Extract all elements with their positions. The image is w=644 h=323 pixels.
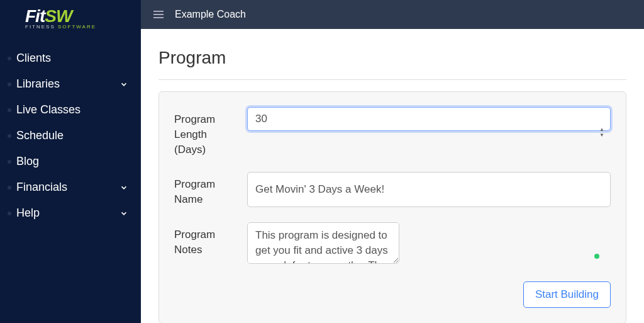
input-program-name[interactable]	[247, 172, 611, 207]
sidebar-item-blog[interactable]: Blog	[0, 149, 141, 174]
sidebar-item-label: Blog	[16, 155, 128, 168]
logo-sw: SW	[45, 6, 72, 26]
sidebar-item-libraries[interactable]: Libraries	[0, 71, 141, 97]
row-program-name: Program Name	[174, 172, 611, 207]
form-actions: Start Building	[174, 281, 611, 308]
nav-dot-icon	[8, 108, 11, 112]
hamburger-icon[interactable]	[153, 11, 164, 18]
row-program-length: Program Length (Days) ▲▼	[174, 107, 611, 157]
sidebar-item-label: Financials	[16, 181, 114, 194]
sidebar-item-clients[interactable]: Clients	[0, 45, 141, 71]
logo-sub-software: SOFTWARE	[58, 24, 96, 30]
content: Program Program Length (Days) ▲▼ Program…	[141, 29, 644, 323]
divider	[158, 79, 626, 80]
program-form-card: Program Length (Days) ▲▼ Program Name Pr…	[158, 91, 626, 323]
sidebar-item-help[interactable]: Help	[0, 200, 141, 226]
nav-dot-icon	[8, 57, 11, 60]
label-program-name: Program Name	[174, 172, 237, 207]
start-building-button[interactable]: Start Building	[523, 281, 611, 308]
brand-logo: FitSW FITNESS SOFTWARE	[0, 0, 141, 39]
sidebar-item-label: Clients	[16, 52, 128, 65]
sidebar: FitSW FITNESS SOFTWARE Clients Libraries…	[0, 0, 141, 323]
chevron-down-icon	[119, 80, 128, 89]
chevron-down-icon	[119, 209, 128, 218]
textarea-program-notes[interactable]	[247, 222, 399, 264]
label-program-length: Program Length (Days)	[174, 107, 237, 157]
sidebar-item-financials[interactable]: Financials	[0, 174, 141, 200]
nav-dot-icon	[8, 160, 11, 164]
grammar-status-icon	[594, 254, 599, 259]
logo-sub-fitness: FITNESS	[25, 24, 55, 30]
sidebar-item-label: Live Classes	[16, 103, 128, 116]
topbar-title: Example Coach	[175, 9, 246, 20]
input-program-length[interactable]	[247, 107, 611, 131]
logo-fit: Fit	[25, 6, 45, 26]
sidebar-item-schedule[interactable]: Schedule	[0, 123, 141, 149]
label-program-notes: Program Notes	[174, 222, 237, 266]
row-program-notes: Program Notes	[174, 222, 611, 266]
nav-dot-icon	[8, 82, 11, 86]
sidebar-item-live-classes[interactable]: Live Classes	[0, 97, 141, 123]
sidebar-item-label: Help	[16, 207, 114, 220]
sidebar-nav: Clients Libraries Live Classes Schedule …	[0, 45, 141, 226]
number-spinner-icon[interactable]: ▲▼	[599, 127, 604, 137]
topbar: Example Coach	[141, 0, 644, 29]
main: Example Coach Program Program Length (Da…	[141, 0, 644, 323]
sidebar-item-label: Libraries	[16, 77, 114, 91]
nav-dot-icon	[8, 212, 11, 215]
nav-dot-icon	[8, 186, 11, 190]
page-title: Program	[158, 48, 626, 68]
nav-dot-icon	[8, 134, 11, 138]
chevron-down-icon	[119, 183, 128, 192]
sidebar-item-label: Schedule	[16, 129, 128, 142]
